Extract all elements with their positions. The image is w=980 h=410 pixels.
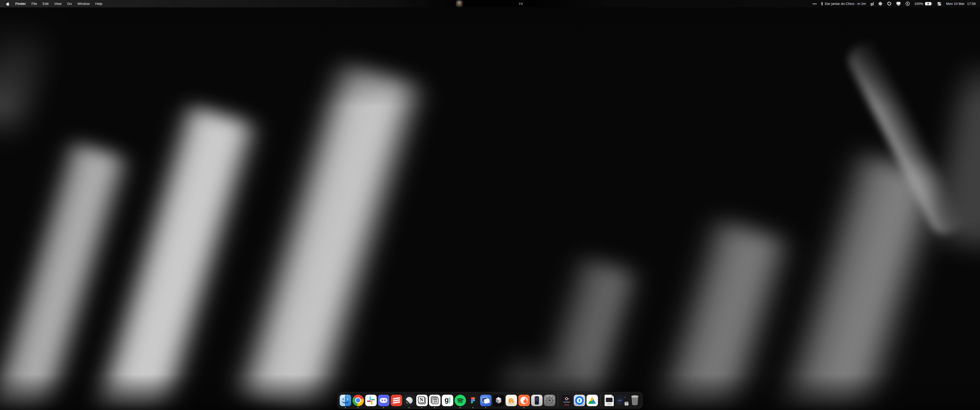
battery-percent: 100% — [915, 2, 923, 6]
discord-icon — [378, 395, 390, 406]
postgres-elephant-icon — [506, 395, 517, 406]
menu-bar: Finder File Edit View Go Window Help •••… — [0, 0, 980, 7]
todoist-icon — [391, 395, 402, 406]
display-icon — [896, 2, 901, 6]
menubar-user-avatar[interactable] — [456, 0, 463, 7]
clock-time: 17:58 — [967, 2, 976, 6]
1password-keyhole-icon — [905, 2, 910, 6]
granola-icon: g — [442, 395, 453, 406]
menu-item-view[interactable]: View — [51, 0, 64, 7]
running-indicator — [485, 407, 486, 408]
google-drive-icon — [587, 395, 598, 406]
control-center-menubar-item[interactable] — [935, 0, 944, 7]
raycast-icon: raycast — [561, 395, 573, 406]
dock-item-spline[interactable] — [492, 392, 505, 409]
dock-item-spotify[interactable] — [454, 392, 466, 409]
apple-logo-icon — [6, 2, 10, 6]
menubar-overflow-item[interactable]: ••• — [810, 0, 819, 7]
system-settings-gear-icon — [544, 395, 555, 406]
finder-icon — [340, 395, 351, 406]
running-indicator — [358, 407, 359, 408]
document-file-icon — [605, 395, 614, 406]
dock-item-trash[interactable] — [628, 392, 641, 409]
running-indicator — [523, 407, 525, 408]
wallpaper-shape — [226, 56, 433, 410]
reminder-text: Dar jantar do Chico · in 2m — [825, 2, 866, 6]
spotify-icon — [455, 395, 466, 406]
dock-item-1password[interactable] — [573, 392, 586, 409]
battery-charging-icon — [925, 2, 932, 6]
menu-bar-status-items: ••• Dar jantar do Chico · in 2m g — [810, 0, 978, 7]
dock-item-iphone-mirroring[interactable] — [530, 392, 543, 409]
wallpaper-fade — [0, 0, 980, 107]
menu-item-file[interactable]: File — [29, 0, 40, 7]
dock-item-postman[interactable] — [517, 392, 530, 409]
desktop-wallpaper — [0, 0, 980, 410]
running-indicator — [460, 407, 461, 408]
menu-item-window[interactable]: Window — [75, 0, 92, 7]
dock-item-notion-calendar[interactable]: 10 — [428, 392, 441, 409]
running-indicator — [409, 407, 410, 408]
postman-icon — [518, 395, 530, 406]
calendar-badge-icon: 11 — [625, 402, 628, 406]
dock: N 10 g — [337, 392, 643, 409]
1password-menubar-item[interactable] — [903, 0, 912, 7]
running-indicator — [434, 407, 435, 408]
granola-menubar-item[interactable]: g — [868, 0, 876, 7]
granola-cursor-icon — [873, 2, 873, 5]
reminder-menubar-item[interactable]: Dar jantar do Chico · in 2m — [819, 0, 868, 7]
dock-item-screen-studio[interactable] — [479, 392, 492, 409]
pick-menubar-item[interactable] — [885, 0, 894, 7]
dock-item-finder[interactable] — [339, 392, 352, 409]
menu-item-help[interactable]: Help — [92, 0, 105, 7]
dock-item-system-settings[interactable] — [543, 392, 556, 409]
chrome-icon — [352, 395, 364, 406]
slack-icon — [365, 395, 377, 406]
dock-separator — [558, 394, 558, 407]
reminder-bar-icon — [821, 2, 822, 5]
clock-date: Mon 10 Mar — [946, 2, 964, 6]
menu-bar-left: Finder File Edit View Go Window Help — [0, 0, 105, 7]
menu-item-edit[interactable]: Edit — [40, 0, 51, 7]
dock-item-notion[interactable]: N — [415, 392, 428, 409]
running-indicator — [473, 407, 473, 408]
menubar-more-bars-icon[interactable] — [519, 3, 523, 5]
dock-item-google-chrome[interactable] — [352, 392, 364, 409]
menu-app-name[interactable]: Finder — [13, 0, 29, 7]
dock-item-discord[interactable] — [377, 392, 390, 409]
granola-icon: g — [870, 2, 873, 6]
running-indicator — [422, 407, 422, 408]
notion-calendar-icon: 10 — [429, 395, 441, 406]
spline-icon — [493, 395, 504, 406]
dock-item-google-drive[interactable] — [586, 392, 598, 409]
linear-icon — [404, 395, 415, 406]
menu-item-go[interactable]: Go — [64, 0, 75, 7]
dock-item-todoist[interactable] — [390, 392, 403, 409]
flower-gear-icon — [878, 2, 883, 6]
dock-separator — [600, 394, 601, 407]
apple-menu[interactable] — [3, 0, 13, 7]
running-indicator — [383, 407, 384, 408]
flower-menubar-item[interactable] — [876, 0, 885, 7]
trash-icon — [629, 394, 641, 407]
1password-icon — [574, 395, 585, 406]
menubar-clock[interactable]: Mon 10 Mar 17:58 — [944, 0, 978, 7]
display-menubar-item[interactable] — [894, 0, 903, 7]
dock-item-linear[interactable] — [403, 392, 415, 409]
minimized-window-thumbnail: 11 — [616, 396, 628, 405]
notion-icon: N — [416, 395, 428, 406]
running-indicator — [345, 407, 346, 408]
figma-icon — [467, 395, 479, 406]
dock-item-granola[interactable]: g — [441, 392, 454, 409]
dock-item-slack[interactable] — [364, 392, 377, 409]
dock-item-document-file[interactable] — [603, 392, 616, 409]
dock-item-figma[interactable] — [466, 392, 479, 409]
pick-shape-icon — [887, 2, 891, 6]
dock-item-raycast[interactable]: raycast — [560, 392, 573, 409]
dock-item-minimized-window[interactable]: 11 — [616, 392, 628, 409]
screen-studio-icon — [480, 395, 492, 406]
battery-menubar-item[interactable]: 100% — [912, 0, 935, 7]
control-center-icon — [937, 2, 942, 6]
iphone-mirroring-icon — [531, 395, 542, 406]
dock-item-postgres-app[interactable] — [505, 392, 517, 409]
